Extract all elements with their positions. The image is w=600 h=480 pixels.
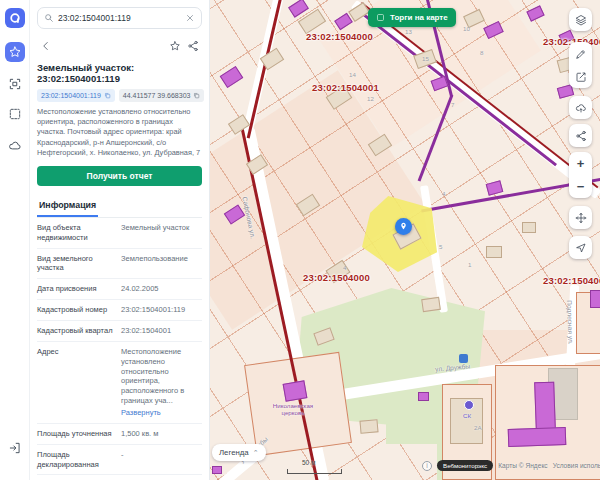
map-pin[interactable] [395, 218, 412, 235]
sport-complex-label: СК [463, 412, 471, 419]
upload-button[interactable] [569, 96, 592, 119]
table-row: Площадь- [37, 475, 202, 480]
copy-icon[interactable] [193, 92, 200, 99]
house-number: 2А [474, 424, 482, 431]
share-icon[interactable] [184, 37, 202, 55]
layers-icon [575, 14, 587, 26]
quarter-label: 23:02:1504000 [306, 31, 373, 42]
table-row: Площадь декларированная- [37, 445, 202, 476]
cadastral-number-chip[interactable]: 23:02:1504001:119 [37, 89, 115, 102]
search-icon [44, 13, 54, 23]
get-report-button[interactable]: Получить отчет [37, 166, 202, 186]
info-icon[interactable]: i [422, 461, 432, 471]
row-label: Вид земельного участка [37, 254, 115, 274]
table-row: Дата присвоения24.02.2005 [37, 279, 202, 300]
move-icon [575, 212, 587, 224]
layers-button[interactable] [569, 8, 592, 31]
table-row: Кадастровый квартал23:02:1504001 [37, 321, 202, 342]
favorites-icon[interactable] [5, 42, 25, 62]
coordinates-chip[interactable]: 44.411577 39.668303 [119, 89, 205, 102]
location-description: Местоположение установлено относительно … [37, 107, 202, 158]
star-icon[interactable] [166, 37, 184, 55]
locate-button[interactable] [569, 236, 592, 259]
parcel-number: 1 [468, 261, 471, 268]
building [368, 134, 392, 157]
pan-button[interactable] [569, 206, 592, 229]
share-map-button[interactable] [569, 124, 592, 147]
terms-link[interactable]: Условия использования [553, 462, 600, 469]
map-canvas[interactable]: 23:02:1504000 23:02:1504001 23:02:150400… [210, 0, 600, 480]
building-poi [283, 380, 308, 402]
search-box[interactable] [37, 7, 202, 29]
map-attribution: i Вебмониторэкс Карты © Яндекс Условия и… [422, 460, 600, 471]
tabs-bar: Информация [37, 194, 202, 218]
building [486, 246, 502, 258]
row-value-text: 24.02.2005 [121, 284, 159, 293]
row-value: 24.02.2005 [121, 284, 202, 294]
building [296, 194, 320, 217]
details-panel: Земельный участок: 23:02:1504001:119 23:… [30, 0, 210, 480]
zoom-in-button[interactable]: + [569, 152, 592, 175]
building-poi [220, 66, 244, 88]
edit-object-button[interactable] [569, 65, 592, 88]
pencil-button[interactable] [569, 42, 592, 65]
app-logo-icon[interactable] [5, 8, 25, 28]
draw-tools-group [569, 42, 592, 88]
auction-on-map-button[interactable]: Торги на карте [368, 8, 456, 27]
parcel-number: 12 [367, 95, 374, 102]
parcel-number: 15 [422, 55, 429, 62]
row-label: Кадастровый номер [37, 305, 115, 315]
building [246, 154, 268, 175]
cadastral-number-text: 23:02:1504001:119 [41, 92, 101, 99]
row-label: Дата присвоения [37, 284, 115, 294]
row-label: Адрес [37, 347, 115, 418]
chips-row: 23:02:1504001:119 44.411577 39.668303 [37, 89, 202, 102]
zoom-out-button[interactable]: − [569, 175, 592, 198]
table-row: Кадастровый номер23:02:1504001:119 [37, 300, 202, 321]
panel-actions [37, 33, 202, 59]
row-value-text: Землепользование [121, 254, 188, 263]
cloud-upload-icon [575, 102, 587, 114]
copy-icon[interactable] [104, 92, 111, 99]
row-value: 23:02:1504001 [121, 326, 202, 336]
bus-stop-icon [459, 354, 468, 363]
row-value-text: 23:02:1504001 [121, 326, 171, 335]
table-row: Вид земельного участкаЗемлепользование [37, 249, 202, 280]
security-badge: Вебмониторэкс [437, 460, 493, 471]
row-value: Земельный участок [121, 223, 202, 243]
parcel-number: 10 [463, 25, 470, 32]
legend-button[interactable]: Легенда ⌃ [212, 444, 266, 461]
building-poi [483, 21, 503, 39]
building-poi [224, 204, 245, 224]
info-table: Вид объекта недвижимостиЗемельный участо… [37, 218, 202, 480]
object-select-icon[interactable] [5, 74, 25, 94]
parcel-number: 7 [451, 101, 454, 108]
auction-button-label: Торги на карте [390, 13, 448, 22]
coordinates-text: 44.411577 39.668303 [123, 92, 191, 99]
back-icon[interactable] [37, 37, 55, 55]
row-value-text: Местоположение установлено относительно … [121, 347, 184, 405]
parcel-number: 4 [343, 264, 346, 271]
sport-complex-icon [464, 400, 474, 410]
clear-search-icon[interactable] [185, 13, 195, 23]
table-row: Вид объекта недвижимостиЗемельный участо… [37, 218, 202, 249]
parcel-number: 8 [480, 49, 483, 56]
row-value: 1,500 кв. м [121, 429, 202, 439]
minus-icon: − [577, 180, 585, 193]
row-label: Кадастровый квартал [37, 326, 115, 336]
expand-link[interactable]: Развернуть [121, 408, 161, 418]
copyright-text: Карты © Яндекс [498, 462, 548, 469]
cloud-icon[interactable] [5, 136, 25, 156]
building [359, 419, 378, 434]
street-label: Подлесная ул. [566, 300, 575, 345]
collapse-panel-icon[interactable] [5, 438, 25, 458]
search-input[interactable] [58, 13, 181, 23]
building-poi [486, 180, 504, 195]
auction-icon [376, 13, 385, 22]
parcel-number: 13 [405, 28, 412, 35]
scale-label: 50 м [302, 459, 316, 466]
app-window: Земельный участок: 23:02:1504001:119 23:… [0, 0, 600, 480]
table-row: АдресМестоположение установлено относите… [37, 342, 202, 424]
area-select-icon[interactable] [5, 104, 25, 124]
tab-information[interactable]: Информация [37, 200, 98, 217]
